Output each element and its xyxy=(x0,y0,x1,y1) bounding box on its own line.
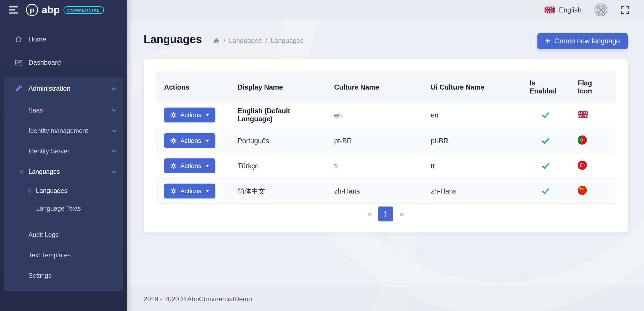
sidebar-item-label: Audit Logs xyxy=(28,231,59,239)
is-enabled-cell xyxy=(521,179,570,204)
actions-button-label: Actions xyxy=(180,137,201,145)
sidebar-item-audit-logs[interactable]: Audit Logs xyxy=(4,224,123,245)
sidebar-item-languages-child[interactable]: Languages xyxy=(4,182,123,200)
sidebar-item-label: Home xyxy=(28,35,46,43)
actions-button-label: Actions xyxy=(180,187,201,195)
menu-spacer xyxy=(4,217,123,224)
display-name-cell: Türkçe xyxy=(229,153,326,179)
sidebar-item-language-texts[interactable]: Language Texts xyxy=(4,200,123,217)
uk-flag-icon xyxy=(545,6,555,14)
gear-icon xyxy=(170,188,177,194)
turkey-flag-icon xyxy=(578,161,587,170)
culture-name-cell: pt-BR xyxy=(326,128,423,153)
pagination-prev-button[interactable]: « xyxy=(362,207,377,221)
table-header-row: Actions Display Name Culture Name Ui Cul… xyxy=(156,72,616,102)
table-row: Actions Türkçe tr tr xyxy=(156,153,616,179)
sidebar-item-identity-server[interactable]: Identity Server xyxy=(4,141,123,161)
breadcrumb: / Languages / Languages xyxy=(213,33,303,45)
culture-name-cell: tr xyxy=(326,153,423,179)
logo-text: abp xyxy=(42,4,60,16)
sidebar-item-identity-management[interactable]: Identity management xyxy=(4,121,123,141)
administration-section: Administration Saas Identity management xyxy=(4,77,123,291)
menu-toggle-icon[interactable] xyxy=(9,6,18,14)
culture-name-cell: zh-Hans xyxy=(326,179,423,204)
breadcrumb-item: Languages xyxy=(271,37,303,45)
user-avatar[interactable] xyxy=(594,3,608,17)
table-row: Actions 简体中文 zh-Hans zh-Hans xyxy=(156,179,616,204)
column-header-actions: Actions xyxy=(156,72,229,102)
display-name-cell: English (Default Language) xyxy=(229,102,326,128)
dot-icon xyxy=(20,170,23,174)
sidebar-header: p abp COMMERCIAL xyxy=(0,0,127,20)
sidebar-item-label: Administration xyxy=(28,85,70,92)
actions-button-label: Actions xyxy=(180,162,201,170)
gear-icon xyxy=(170,112,177,118)
check-icon xyxy=(541,136,550,144)
china-flag-icon xyxy=(578,186,587,195)
languages-table: Actions Display Name Culture Name Ui Cul… xyxy=(156,72,616,204)
fullscreen-icon[interactable] xyxy=(620,5,630,15)
flag-cell xyxy=(569,153,616,179)
sidebar-item-home[interactable]: Home xyxy=(4,28,123,51)
column-header-is-enabled: Is Enabled xyxy=(521,72,570,102)
breadcrumb-separator: / xyxy=(265,37,267,45)
pagination: « 1 » xyxy=(156,207,616,221)
app-root: p abp COMMERCIAL Home Dashboard xyxy=(0,0,644,311)
topbar: English xyxy=(127,0,644,20)
actions-dropdown-button[interactable]: Actions xyxy=(164,184,215,198)
page-content: Languages / Languages / Languages + Crea… xyxy=(127,20,644,287)
caret-down-icon xyxy=(205,190,209,192)
sidebar-item-label: Language Texts xyxy=(36,205,81,212)
display-name-cell: Português xyxy=(229,128,326,153)
check-icon xyxy=(541,161,550,169)
chevron-down-icon xyxy=(111,148,117,154)
pagination-page-1[interactable]: 1 xyxy=(378,207,393,221)
sidebar-item-label: Identity Server xyxy=(28,148,69,155)
ui-culture-name-cell: en xyxy=(423,102,521,128)
breadcrumb-item[interactable]: Languages xyxy=(229,37,262,45)
sidebar-item-text-templates[interactable]: Text Templates xyxy=(4,245,123,265)
sidebar-item-languages[interactable]: Languages xyxy=(4,161,123,182)
column-header-culture-name: Culture Name xyxy=(326,72,423,102)
sidebar-item-administration[interactable]: Administration xyxy=(4,77,123,100)
dashboard-chart-icon xyxy=(15,58,23,67)
table-row: Actions English (Default Language) en en xyxy=(156,102,616,128)
sidebar-item-label: Languages xyxy=(36,187,67,195)
check-icon xyxy=(541,187,550,194)
home-icon[interactable] xyxy=(213,37,220,44)
home-icon xyxy=(15,35,23,43)
caret-down-icon xyxy=(205,114,209,116)
footer: 2019 - 2020 © AbpCommercialDemo xyxy=(127,287,644,311)
display-name-cell: 简体中文 xyxy=(229,179,326,204)
main-area: English Languages / Languages / Langu xyxy=(127,0,644,311)
page-header: Languages / Languages / Languages + Crea… xyxy=(144,20,628,49)
check-icon xyxy=(541,111,550,118)
sidebar-item-label: Text Templates xyxy=(28,252,71,259)
create-new-language-button[interactable]: + Create new language xyxy=(537,33,628,49)
languages-card: Actions Display Name Culture Name Ui Cul… xyxy=(144,59,628,232)
ui-culture-name-cell: zh-Hans xyxy=(423,179,521,204)
sidebar-item-dashboard[interactable]: Dashboard xyxy=(4,51,123,74)
plus-icon: + xyxy=(545,36,550,45)
sidebar-item-settings[interactable]: Settings xyxy=(4,265,123,286)
sidebar-item-label: Settings xyxy=(28,272,51,279)
sidebar-item-saas[interactable]: Saas xyxy=(4,100,123,121)
pagination-next-button[interactable]: » xyxy=(394,207,409,221)
is-enabled-cell xyxy=(521,102,570,128)
actions-dropdown-button[interactable]: Actions xyxy=(164,108,215,122)
app-logo[interactable]: p abp COMMERCIAL xyxy=(26,4,104,16)
sidebar-menu: Home Dashboard Administration xyxy=(0,20,127,291)
caret-down-icon xyxy=(205,165,209,167)
is-enabled-cell xyxy=(521,153,570,179)
flag-cell xyxy=(569,128,616,153)
sidebar-item-label: Languages xyxy=(28,168,60,176)
create-button-label: Create new language xyxy=(554,37,620,45)
language-picker[interactable]: English xyxy=(545,6,582,14)
actions-dropdown-button[interactable]: Actions xyxy=(164,133,215,148)
ui-culture-name-cell: pt-BR xyxy=(423,128,521,153)
culture-name-cell: en xyxy=(326,102,423,128)
actions-dropdown-button[interactable]: Actions xyxy=(164,158,215,173)
chevron-up-icon xyxy=(111,86,117,92)
bullet-icon xyxy=(28,189,31,193)
flag-cell xyxy=(569,102,616,128)
